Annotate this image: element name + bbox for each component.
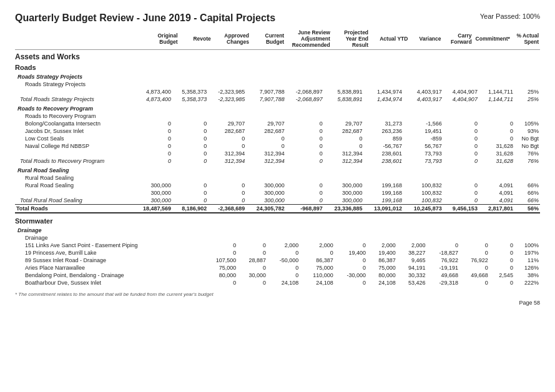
jacobs-row: Jacobs Dr, Sussex Inlet 0 0 282,687 282,… bbox=[15, 127, 540, 135]
col-carry-forward: CarryForward bbox=[443, 29, 473, 49]
col-june-review: June ReviewAdjustmentRecommended bbox=[285, 29, 332, 49]
links-ave-row: 151 Links Ave Sanct Point - Easement Pip… bbox=[15, 242, 540, 249]
bendalong-row: Bendalong Point, Bendalong - Drainage 80… bbox=[15, 272, 540, 279]
assets-and-works-header: Assets and Works bbox=[15, 52, 540, 61]
roads-header: Roads bbox=[15, 64, 540, 71]
roads-recovery-subtotal: 0 0 312,394 312,394 0 312,394 238,601 73… bbox=[15, 150, 540, 157]
roads-recovery-header: Roads to Recovery Program bbox=[15, 103, 540, 112]
rural-road-sub-header: Rural Road Sealing bbox=[15, 174, 540, 182]
page-header: Quarterly Budget Review - June 2019 - Ca… bbox=[15, 12, 540, 24]
col-commitment: Commitment* bbox=[473, 29, 511, 49]
rural-road-row2: 300,000 0 0 300,000 0 300,000 199,168 10… bbox=[15, 189, 540, 197]
page-number: Page 58 bbox=[15, 300, 540, 306]
col-projected: ProjectedYear EndResult bbox=[332, 29, 370, 49]
princess-ave-row: 19 Princess Ave, Burrill Lake 0 0 0 0 19… bbox=[15, 249, 540, 257]
year-passed: Year Passed: 100% bbox=[480, 12, 540, 20]
roads-recovery-sub-header: Roads to Recovery Program bbox=[15, 112, 540, 120]
total-rural-road-sealing: Total Rural Road Sealing 300,000 0 0 300… bbox=[15, 197, 540, 205]
col-variance: Variance bbox=[409, 29, 442, 49]
col-current-budget: CurrentBudget bbox=[250, 29, 285, 49]
col-actual-ytd: Actual YTD bbox=[370, 29, 409, 49]
col-revote: Revote bbox=[179, 29, 212, 49]
bolong-row: Bolong/Coolangatta Intersectn 0 0 29,707… bbox=[15, 120, 540, 127]
total-roads-row: Total Roads 18,487,569 8,186,902 -2,368,… bbox=[15, 204, 540, 213]
page-title: Quarterly Budget Review - June 2019 - Ca… bbox=[15, 12, 275, 24]
low-cost-seals-row: Low Cost Seals 0 0 0 0 0 0 859 -859 0 0 … bbox=[15, 135, 540, 142]
footnote: * The commitment relates to the amount t… bbox=[15, 292, 540, 297]
roads-strategy-row1: 4,873,400 5,358,373 -2,323,985 7,907,788… bbox=[15, 88, 540, 96]
aries-place-row: Aries Place Narrawallee 75,000 0 0 75,00… bbox=[15, 264, 540, 272]
col-approved-changes: ApprovedChanges bbox=[212, 29, 250, 49]
roads-strategy-projects-header: Roads Strategy Projects bbox=[15, 71, 540, 81]
drainage-header: Drainage bbox=[15, 225, 540, 234]
rural-road-row1: Rural Road Sealing 300,000 0 0 300,000 0… bbox=[15, 182, 540, 189]
col-pct-spent: % ActualSpent bbox=[511, 29, 540, 49]
total-roads-recovery: Total Roads to Recovery Program 0 0 312,… bbox=[15, 157, 540, 165]
rural-road-sealing-header: Rural Road Sealing bbox=[15, 165, 540, 174]
boatharbour-row: Boatharbour Dve, Sussex Inlet 0 0 24,108… bbox=[15, 279, 540, 287]
roads-strategy-sub-header: Roads Strategy Projects bbox=[15, 81, 540, 88]
naval-college-row: Naval College Rd NBBSP 0 0 0 0 0 0 -56,7… bbox=[15, 142, 540, 150]
col-original-budget: OriginalBudget bbox=[139, 29, 179, 49]
total-roads-strategy: Total Roads Strategy Projects 4,873,400 … bbox=[15, 96, 540, 103]
drainage-sub-header: Drainage bbox=[15, 234, 540, 242]
sussex-inlet-row: 89 Sussex Inlet Road - Drainage 107,500 … bbox=[15, 257, 540, 264]
stormwater-header: Stormwater bbox=[15, 217, 540, 225]
